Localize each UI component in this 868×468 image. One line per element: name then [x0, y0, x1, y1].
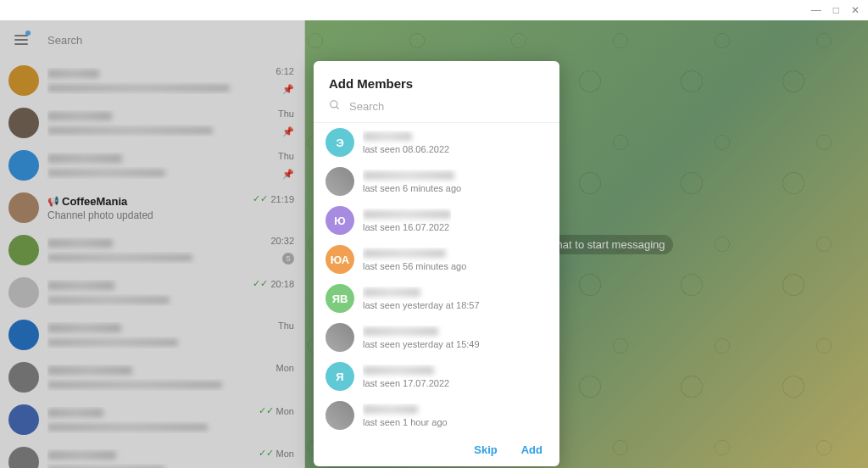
add-button[interactable]: Add	[521, 443, 542, 456]
member-name	[363, 365, 449, 377]
member-status: last seen 08.06.2022	[363, 144, 449, 154]
member-status: last seen 16.07.2022	[363, 222, 451, 232]
member-item[interactable]: ЯВlast seen yesterday at 18:57	[314, 279, 559, 318]
member-item[interactable]: last seen 1 hour ago	[314, 396, 559, 433]
member-name	[363, 326, 480, 338]
avatar	[326, 167, 354, 196]
close-button[interactable]: ✕	[851, 4, 860, 16]
avatar: Э	[326, 128, 354, 157]
avatar: Я	[326, 362, 354, 391]
avatar: ЯВ	[326, 284, 354, 313]
member-status: last seen yesterday at 18:57	[363, 300, 480, 310]
svg-point-0	[331, 101, 337, 108]
avatar	[326, 323, 354, 352]
svg-line-1	[337, 107, 339, 109]
modal-title: Add Members	[314, 61, 559, 99]
member-status: last seen yesterday at 15:49	[363, 339, 480, 349]
member-name	[363, 209, 451, 221]
member-name	[363, 170, 461, 182]
search-icon	[329, 99, 341, 114]
member-search-input[interactable]	[349, 100, 544, 113]
member-status: last seen 17.07.2022	[363, 378, 449, 388]
member-status: last seen 6 minutes ago	[363, 183, 461, 193]
member-status: last seen 1 hour ago	[363, 417, 448, 427]
member-name	[363, 404, 448, 416]
add-members-modal: Add Members Эlast seen 08.06.2022last se…	[314, 61, 559, 466]
window-titlebar: — □ ✕	[0, 0, 868, 20]
avatar	[326, 401, 354, 430]
member-item[interactable]: last seen 6 minutes ago	[314, 162, 559, 201]
member-name	[363, 248, 466, 260]
member-item[interactable]: ЮАlast seen 56 minutes ago	[314, 240, 559, 279]
skip-button[interactable]: Skip	[474, 443, 497, 456]
member-name	[363, 287, 480, 299]
member-item[interactable]: Эlast seen 08.06.2022	[314, 123, 559, 162]
avatar: Ю	[326, 206, 354, 235]
member-item[interactable]: Юlast seen 16.07.2022	[314, 201, 559, 240]
avatar: ЮА	[326, 245, 354, 274]
minimize-button[interactable]: —	[811, 4, 821, 16]
maximize-button[interactable]: □	[833, 4, 839, 16]
member-item[interactable]: Яlast seen 17.07.2022	[314, 357, 559, 396]
member-name	[363, 131, 449, 143]
member-item[interactable]: last seen yesterday at 15:49	[314, 318, 559, 357]
member-status: last seen 56 minutes ago	[363, 261, 466, 271]
members-list[interactable]: Эlast seen 08.06.2022last seen 6 minutes…	[314, 122, 559, 433]
